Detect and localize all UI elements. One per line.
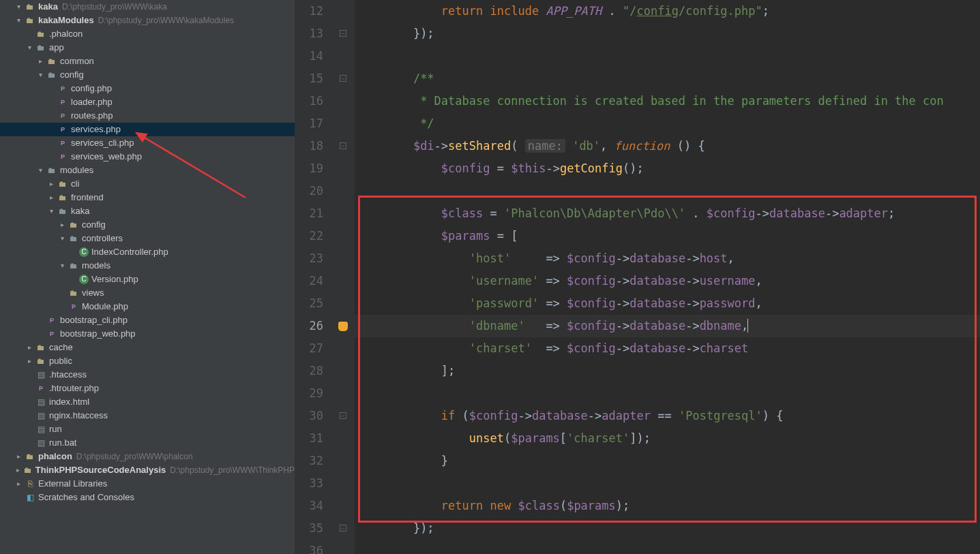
tree-item-loader-php[interactable]: Ploader.php	[0, 95, 295, 109]
chevron-down-icon[interactable]: ▾	[35, 166, 45, 175]
tree-item-index-html[interactable]: ▤index.html	[0, 395, 295, 409]
token-plain	[483, 206, 490, 220]
tree-item-kakamodules[interactable]: ▾🖿kakaModulesD:\phpstudy_pro\WWW\kakaMod…	[0, 14, 295, 27]
code-line[interactable]: }	[355, 450, 980, 472]
tree-item-version-php[interactable]: CVersion.php	[0, 273, 295, 286]
tree-item-external-libraries[interactable]: ▸⎘External Libraries	[0, 477, 295, 491]
token-const-i: APP_PATH	[546, 4, 602, 18]
chevron-down-icon[interactable]: ▾	[46, 206, 56, 216]
code-editor[interactable]: 1213141516171819202122232425262728293031…	[295, 0, 980, 554]
chevron-right-icon[interactable]: ▸	[57, 220, 67, 230]
chevron-right-icon[interactable]: ▸	[14, 465, 22, 475]
tree-item--htaccess[interactable]: ▤.htaccess	[0, 368, 295, 382]
chevron-down-icon[interactable]: ▾	[14, 16, 23, 25]
fold-toggle-icon[interactable]: −	[340, 30, 346, 37]
code-line[interactable]: * Database connection is created based i…	[355, 90, 980, 112]
chevron-right-icon[interactable]: ▸	[46, 179, 56, 189]
code-line[interactable]: /**	[355, 67, 980, 90]
code-line[interactable]: */	[355, 112, 980, 135]
code-line[interactable]	[355, 540, 980, 554]
code-line[interactable]: return include APP_PATH . "/config/confi…	[355, 0, 980, 22]
code-line[interactable]	[355, 382, 980, 405]
tree-item-bootstrap-web-php[interactable]: Pbootstrap_web.php	[0, 327, 295, 341]
code-line[interactable]: $di->setShared( name: 'db', function () …	[355, 135, 980, 157]
chevron-right-icon[interactable]: ▸	[46, 193, 56, 202]
chevron-right-icon[interactable]: ▸	[25, 343, 34, 352]
code-line[interactable]: return new $class($params);	[355, 495, 980, 517]
tree-item--phalcon[interactable]: 🖿.phalcon	[0, 27, 295, 41]
token-str: 'charset'	[567, 431, 629, 445]
code-line[interactable]: 'host' => $config->database->host,	[355, 247, 980, 270]
token-op: = [	[497, 229, 518, 243]
fold-toggle-icon[interactable]: −	[340, 412, 346, 419]
code-line[interactable]: $params = [	[355, 225, 980, 247]
tree-item-modules[interactable]: ▾🖿modules	[0, 164, 295, 177]
tree-item-indexcontroller-php[interactable]: CIndexController.php	[0, 245, 295, 259]
chevron-down-icon[interactable]: ▾	[57, 234, 67, 243]
code-area[interactable]: return include APP_PATH . "/config/confi…	[355, 0, 980, 554]
chevron-right-icon[interactable]: ▸	[14, 452, 23, 461]
code-line[interactable]	[355, 472, 980, 495]
fold-toggle-icon[interactable]: −	[340, 525, 346, 532]
token-op: ->	[546, 161, 559, 175]
tree-item-controllers[interactable]: ▾🖿controllers	[0, 232, 295, 245]
chevron-right-icon[interactable]: ▸	[25, 356, 34, 366]
code-line[interactable]	[355, 180, 980, 202]
class-c-icon: C	[79, 247, 89, 257]
code-line[interactable]: $config = $this->getConfig();	[355, 157, 980, 180]
code-line[interactable]: 'username' => $config->database->usernam…	[355, 270, 980, 292]
chevron-down-icon[interactable]: ▾	[25, 43, 34, 52]
code-line[interactable]: 'password' => $config->database->passwor…	[355, 292, 980, 315]
chevron-right-icon[interactable]: ▸	[14, 479, 23, 489]
tree-item-common[interactable]: ▸🖿common	[0, 55, 295, 68]
tree-item-phalcon[interactable]: ▸🖿phalconD:\phpstudy_pro\WWW\phalcon	[0, 450, 295, 463]
intention-bulb-icon[interactable]	[338, 322, 348, 331]
tree-item-routes-php[interactable]: Proutes.php	[0, 109, 295, 123]
code-line[interactable]: $class = 'Phalcon\Db\Adapter\Pdo\\' . $c…	[355, 202, 980, 225]
chevron-down-icon[interactable]: ▾	[57, 261, 67, 271]
code-line[interactable]: if ($config->database->adapter == 'Postg…	[355, 405, 980, 427]
code-line[interactable]: 'dbname' => $config->database->dbname,	[355, 315, 980, 337]
tree-item-path: D:\phpstudy_pro\WWW\phalcon	[76, 450, 193, 463]
tree-item-services-php[interactable]: Pservices.php	[0, 123, 295, 136]
tree-item-views[interactable]: 🖿views	[0, 286, 295, 300]
tree-item-cli[interactable]: ▸🖿cli	[0, 177, 295, 191]
code-line[interactable]: unset($params['charset']);	[355, 427, 980, 450]
fold-toggle-icon[interactable]: −	[340, 75, 346, 82]
chevron-down-icon[interactable]: ▾	[35, 70, 45, 80]
tree-item-bootstrap-cli-php[interactable]: Pbootstrap_cli.php	[0, 313, 295, 327]
chevron-down-icon[interactable]: ▾	[14, 2, 23, 12]
tree-item-config[interactable]: ▸🖿config	[0, 218, 295, 232]
tree-item-cache[interactable]: ▸🖿cache	[0, 341, 295, 354]
tree-item--htrouter-php[interactable]: P.htrouter.php	[0, 382, 295, 395]
tree-item-module-php[interactable]: PModule.php	[0, 300, 295, 313]
tree-item-label: Module.php	[82, 300, 128, 313]
chevron-right-icon[interactable]: ▸	[35, 57, 45, 66]
tree-item-run-bat[interactable]: ▤run.bat	[0, 436, 295, 450]
tree-item-app[interactable]: ▾🖿app	[0, 41, 295, 55]
token-op: ) {	[762, 409, 784, 422]
code-line[interactable]: 'charset' => $config->database->charset	[355, 337, 980, 360]
tree-item-models[interactable]: ▾🖿models	[0, 259, 295, 273]
code-line[interactable]: });	[355, 22, 980, 45]
tree-item-public[interactable]: ▸🖿public	[0, 354, 295, 368]
tree-item-frontend[interactable]: ▸🖿frontend	[0, 191, 295, 204]
code-line[interactable]	[355, 45, 980, 67]
token-plain	[539, 296, 546, 310]
tree-item-config[interactable]: ▾🖿config	[0, 68, 295, 82]
tree-item-services-web-php[interactable]: Pservices_web.php	[0, 150, 295, 164]
tree-item-services-cli-php[interactable]: Pservices_cli.php	[0, 136, 295, 150]
token-plain	[357, 341, 469, 355]
folder-icon: 🖿	[23, 465, 33, 476]
code-line[interactable]: });	[355, 517, 980, 540]
tree-item-thinkphpsourcecodeanalysis[interactable]: ▸🖿ThinkPHPSourceCodeAnalysisD:\phpstudy_…	[0, 463, 295, 477]
tree-item-nginx-htaccess[interactable]: ▤nginx.htaccess	[0, 409, 295, 422]
tree-item-kaka[interactable]: ▾🖿kakaD:\phpstudy_pro\WWW\kaka	[0, 0, 295, 14]
tree-spacer	[57, 288, 67, 298]
tree-item-kaka[interactable]: ▾🖿kaka	[0, 204, 295, 218]
fold-toggle-icon[interactable]: −	[340, 142, 346, 149]
code-line[interactable]: ];	[355, 360, 980, 382]
tree-item-config-php[interactable]: Pconfig.php	[0, 82, 295, 95]
tree-item-run[interactable]: ▤run	[0, 422, 295, 436]
tree-item-scratches-and-consoles[interactable]: ◧Scratches and Consoles	[0, 491, 295, 504]
